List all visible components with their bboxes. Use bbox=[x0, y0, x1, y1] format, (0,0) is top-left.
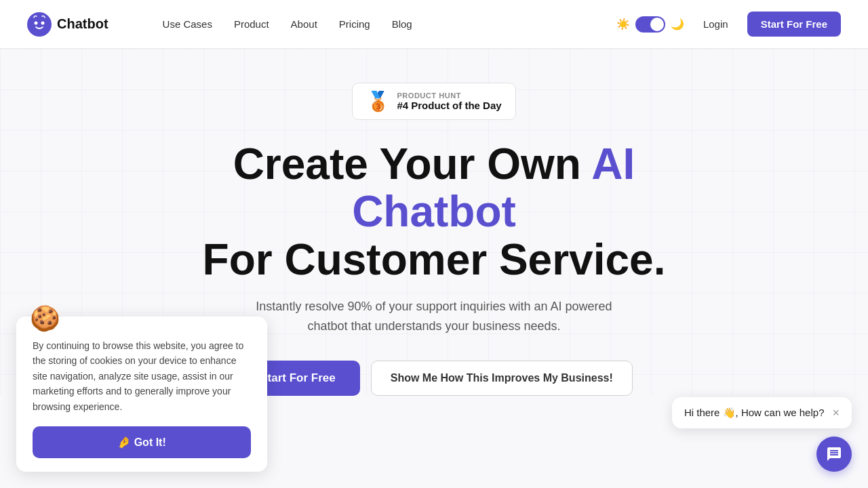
cookie-text: By continuing to browse this website, yo… bbox=[33, 338, 251, 414]
badge-label-main: #4 Product of the Day bbox=[397, 100, 501, 111]
nav-item-usecases[interactable]: Use Cases bbox=[163, 18, 212, 30]
badge-text: PRODUCT HUNT #4 Product of the Day bbox=[397, 92, 501, 111]
chat-widget: Hi there 👋, How can we help? × bbox=[672, 397, 852, 472]
start-free-button-nav[interactable]: Start For Free bbox=[747, 12, 841, 37]
product-hunt-badge: 🥉 PRODUCT HUNT #4 Product of the Day bbox=[352, 83, 515, 120]
svg-point-2 bbox=[41, 21, 45, 24]
nav-item-pricing[interactable]: Pricing bbox=[339, 18, 370, 30]
chat-button-icon bbox=[826, 446, 842, 462]
nav-links: Use Cases Product About Pricing Blog bbox=[163, 18, 412, 30]
medal-icon: 🥉 bbox=[366, 90, 390, 113]
chat-close-button[interactable]: × bbox=[832, 407, 840, 419]
svg-point-1 bbox=[35, 21, 38, 24]
hero-title: Create Your Own AI Chatbot For Customer … bbox=[156, 140, 712, 283]
toggle-knob bbox=[650, 18, 664, 31]
show-improvements-button[interactable]: Show Me How This Improves My Business! bbox=[371, 361, 633, 396]
logo[interactable]: Chatbot bbox=[27, 12, 108, 37]
theme-toggle-wrap: ☀️ 🌙 bbox=[616, 16, 684, 33]
chat-bubble-text: Hi there 👋, How can we help? bbox=[684, 407, 825, 419]
logo-text: Chatbot bbox=[57, 16, 108, 32]
nav-item-product[interactable]: Product bbox=[234, 18, 269, 30]
cookie-icon: 🍪 bbox=[30, 304, 60, 333]
nav-item-blog[interactable]: Blog bbox=[392, 18, 412, 30]
hero-title-part2: For Customer Service. bbox=[203, 235, 666, 284]
hero-title-part1: Create Your Own bbox=[233, 140, 592, 188]
moon-icon: 🌙 bbox=[671, 18, 684, 30]
login-button[interactable]: Login bbox=[695, 13, 736, 35]
cookie-accept-button[interactable]: 🤌 Got It! bbox=[33, 426, 251, 458]
hero-subtitle: Instantly resolve 90% of your support in… bbox=[244, 297, 624, 336]
nav-right: ☀️ 🌙 Login Start For Free bbox=[616, 12, 841, 37]
chat-bubble: Hi there 👋, How can we help? × bbox=[672, 397, 852, 428]
nav-item-about[interactable]: About bbox=[291, 18, 317, 30]
hero-buttons: Start For Free Show Me How This Improves… bbox=[235, 361, 633, 396]
navbar: Chatbot Use Cases Product About Pricing … bbox=[0, 0, 868, 49]
sun-icon: ☀️ bbox=[616, 18, 630, 30]
svg-point-0 bbox=[27, 12, 52, 37]
badge-label-top: PRODUCT HUNT bbox=[397, 92, 501, 100]
cookie-banner: 🍪 By continuing to browse this website, … bbox=[16, 317, 267, 472]
chat-open-button[interactable] bbox=[816, 436, 852, 472]
theme-toggle[interactable] bbox=[635, 16, 665, 33]
